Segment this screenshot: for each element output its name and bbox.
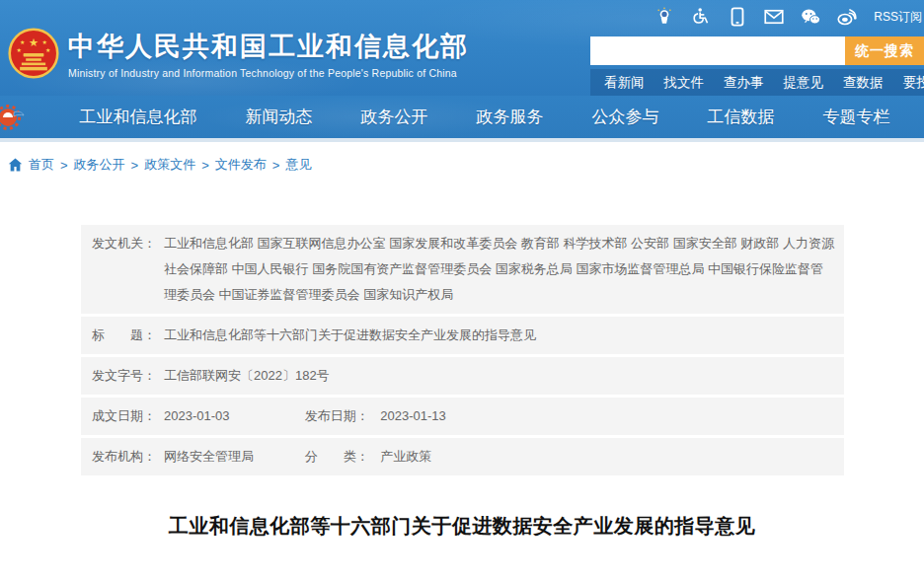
search-area: 统一搜索 看新闻找文件查办事提意见查数据要投诉 — [590, 36, 924, 96]
quick-link[interactable]: 查数据 — [833, 74, 893, 92]
breadcrumb-item: > 首页 — [29, 156, 54, 174]
meta-value: 工信部联网安〔2022〕182号 — [164, 363, 330, 389]
meta-label: 发文机关： — [92, 231, 164, 308]
home-icon[interactable] — [8, 158, 23, 172]
svg-text:★: ★ — [17, 47, 23, 53]
breadcrumb-item: > 政务公开 — [54, 156, 125, 174]
mobile-icon[interactable] — [728, 7, 747, 27]
meta-row: 发文字号： 工信部联网安〔2022〕182号 — [81, 357, 844, 395]
assistant-robot-icon[interactable] — [654, 7, 674, 27]
meta-label: 标 题： — [92, 323, 164, 348]
nav-items: 工业和信息化部新闻动态政务公开政务服务公众参与工信数据专题专栏 — [28, 106, 924, 128]
nav-item[interactable]: 专题专栏 — [823, 106, 890, 128]
breadcrumb-item: > 意见 — [267, 156, 312, 174]
nav-item[interactable]: 政务公开 — [361, 106, 428, 128]
meta-value: 工业和信息化部等十六部门关于促进数据安全产业发展的指导意见 — [164, 323, 536, 348]
meta-label-2: 分 类： — [305, 444, 377, 470]
meta-row: 标 题： 工业和信息化部等十六部门关于促进数据安全产业发展的指导意见 — [81, 317, 844, 354]
meta-label: 成文日期： — [92, 403, 164, 429]
site-header: RSS订阅 ★ ★ ★ ★ ★ 中华人民共和国工业和信息化部 Ministry … — [0, 0, 924, 96]
breadcrumb-item: > 文件发布 — [195, 156, 267, 174]
svg-text:★: ★ — [29, 36, 38, 48]
quick-link[interactable]: 找文件 — [654, 74, 715, 92]
document-meta-table: 发文机关： 工业和信息化部 国家互联网信息办公室 国家发展和改革委员会 教育部 … — [81, 225, 844, 475]
search-input[interactable] — [590, 36, 845, 65]
svg-text:★: ★ — [42, 39, 48, 45]
breadcrumb-separator: > — [272, 158, 280, 173]
weibo-icon[interactable] — [837, 7, 857, 27]
topbar: RSS订阅 — [654, 4, 924, 30]
breadcrumb-item: > 政策文件 — [125, 156, 196, 174]
unified-search-button[interactable]: 统一搜索 — [845, 36, 924, 65]
svg-text:★: ★ — [45, 47, 51, 53]
site-subtitle: Ministry of Industry and Information Tec… — [68, 67, 469, 79]
quick-link[interactable]: 要投诉 — [893, 74, 924, 92]
breadcrumb: > 首页 > 政务公开 > 政策文件 > 文件发布 > 意见 — [0, 142, 924, 174]
brand: ★ ★ ★ ★ ★ 中华人民共和国工业和信息化部 Ministry of Ind… — [8, 28, 469, 79]
quick-link[interactable]: 提意见 — [774, 74, 834, 92]
meta-row: 发文机关： 工业和信息化部 国家互联网信息办公室 国家发展和改革委员会 教育部 … — [81, 225, 844, 314]
nav-item[interactable]: 政务服务 — [477, 106, 544, 128]
mail-icon[interactable] — [764, 7, 784, 27]
meta-row: 发布机构： 网络安全管理局 分 类： 产业政策 — [81, 438, 844, 475]
breadcrumb-separator: > — [201, 158, 209, 173]
nav-item[interactable]: 公众参与 — [592, 106, 659, 128]
meta-value-2: 产业政策 — [380, 449, 431, 464]
nav-item[interactable]: 工业和信息化部 — [80, 106, 197, 128]
main-nav: 工业和信息化部新闻动态政务公开政务服务公众参与工信数据专题专栏 — [0, 96, 924, 142]
article-title: 工业和信息化部等十六部门关于促进数据安全产业发展的指导意见 — [0, 513, 924, 540]
meta-value: 2023-01-03 — [164, 403, 301, 429]
meta-row: 成文日期： 2023-01-03 发布日期： 2023-01-13 — [81, 398, 844, 435]
meta-label: 发文字号： — [92, 363, 164, 389]
meta-label: 发布机构： — [92, 444, 164, 470]
quick-link[interactable]: 查办事 — [714, 74, 774, 92]
wechat-icon[interactable] — [801, 7, 820, 27]
site-title: 中华人民共和国工业和信息化部 — [68, 29, 469, 64]
breadcrumb-separator: > — [131, 158, 139, 173]
quick-links: 看新闻找文件查办事提意见查数据要投诉 — [590, 69, 924, 96]
meta-value: 工业和信息化部 国家互联网信息办公室 国家发展和改革委员会 教育部 科学技术部 … — [164, 236, 834, 302]
gov-e-logo-icon — [0, 100, 28, 135]
national-emblem-icon: ★ ★ ★ ★ ★ — [8, 28, 59, 79]
svg-text:★: ★ — [20, 39, 26, 45]
nav-item[interactable]: 工信数据 — [708, 106, 775, 128]
meta-value: 网络安全管理局 — [164, 444, 301, 470]
rss-link[interactable]: RSS订阅 — [874, 9, 922, 26]
meta-value-2: 2023-01-13 — [380, 408, 446, 423]
breadcrumb-separator: > — [60, 158, 68, 173]
accessibility-icon[interactable] — [691, 7, 711, 27]
quick-link[interactable]: 看新闻 — [594, 74, 654, 92]
nav-item[interactable]: 新闻动态 — [246, 106, 313, 128]
meta-label-2: 发布日期： — [305, 403, 377, 429]
